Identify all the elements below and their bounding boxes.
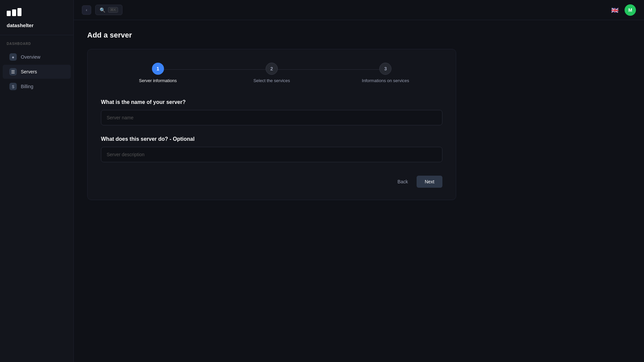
step-2-label: Select the services bbox=[253, 78, 290, 83]
step-2: 2 Select the services bbox=[215, 63, 328, 83]
server-description-question: What does this server do? - Optional bbox=[101, 136, 442, 142]
step-1: 1 Server informations bbox=[101, 63, 215, 83]
search-keyboard-shortcut: ⌘K bbox=[108, 7, 118, 13]
main-content: ‹ 🔍 ⌘K 🇬🇧 M Add a server 1 Server bbox=[74, 0, 644, 362]
step-3-circle: 3 bbox=[379, 63, 391, 75]
sidebar-nav: ● Overview ☰ Servers $ Billing bbox=[0, 48, 73, 95]
next-button[interactable]: Next bbox=[417, 176, 442, 188]
svg-rect-0 bbox=[7, 11, 11, 16]
svg-rect-1 bbox=[12, 9, 16, 16]
logo-text: datashelter bbox=[7, 22, 67, 28]
wizard-card: 1 Server informations 2 Select the servi… bbox=[87, 49, 456, 200]
logo bbox=[7, 8, 67, 21]
server-name-input[interactable] bbox=[101, 110, 442, 125]
sidebar-item-servers[interactable]: ☰ Servers bbox=[3, 65, 71, 79]
logo-icon bbox=[7, 8, 23, 21]
logo-area: datashelter bbox=[0, 0, 73, 35]
wizard-footer: Back Next bbox=[101, 176, 442, 188]
step-3: 3 Informations on services bbox=[329, 63, 442, 83]
page-title: Add a server bbox=[87, 31, 631, 40]
sidebar: datashelter DASHBOARD ● Overview ☰ Serve… bbox=[0, 0, 74, 362]
form: What is the name of your server? What do… bbox=[101, 99, 442, 173]
step-2-circle: 2 bbox=[266, 63, 278, 75]
step-3-label: Informations on services bbox=[362, 78, 409, 83]
user-avatar[interactable]: M bbox=[625, 4, 636, 16]
svg-rect-2 bbox=[17, 8, 21, 16]
sidebar-item-billing-label: Billing bbox=[21, 84, 33, 89]
search-bar[interactable]: 🔍 ⌘K bbox=[95, 5, 122, 15]
step-1-circle: 1 bbox=[152, 63, 164, 75]
sidebar-item-overview[interactable]: ● Overview bbox=[3, 50, 71, 64]
topbar: ‹ 🔍 ⌘K 🇬🇧 M bbox=[74, 0, 644, 20]
stepper: 1 Server informations 2 Select the servi… bbox=[101, 63, 442, 83]
billing-icon: $ bbox=[9, 83, 17, 90]
collapse-sidebar-button[interactable]: ‹ bbox=[82, 5, 91, 15]
back-button[interactable]: Back bbox=[392, 176, 413, 188]
sidebar-item-billing[interactable]: $ Billing bbox=[3, 79, 71, 94]
servers-icon: ☰ bbox=[9, 68, 17, 75]
topbar-right: 🇬🇧 M bbox=[611, 4, 636, 16]
overview-icon: ● bbox=[9, 53, 17, 61]
search-icon: 🔍 bbox=[100, 7, 105, 13]
step-1-label: Server informations bbox=[139, 78, 177, 83]
language-flag[interactable]: 🇬🇧 bbox=[611, 7, 621, 13]
server-description-input[interactable] bbox=[101, 147, 442, 162]
server-name-question: What is the name of your server? bbox=[101, 99, 442, 105]
sidebar-item-servers-label: Servers bbox=[21, 69, 37, 74]
sidebar-section-label: DASHBOARD bbox=[0, 35, 73, 48]
sidebar-item-overview-label: Overview bbox=[21, 54, 40, 60]
page-content: Add a server 1 Server informations 2 Sel… bbox=[74, 20, 644, 362]
